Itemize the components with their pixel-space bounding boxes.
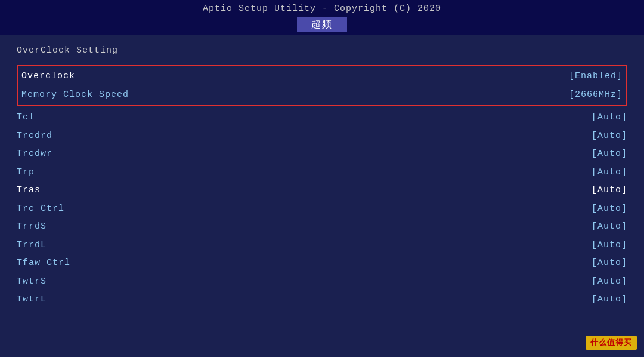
- settings-item-overclock[interactable]: Overclock [Enabled]: [21, 67, 623, 86]
- list-item[interactable]: TrrdL [Auto]: [17, 236, 627, 255]
- title-text: Aptio Setup Utility - Copyright (C) 2020: [203, 4, 441, 14]
- item-value-overclock: [Enabled]: [569, 70, 623, 84]
- item-label-twtrl: TwtrL: [17, 293, 47, 307]
- section-title: OverClock Setting: [17, 45, 627, 56]
- list-item[interactable]: Trcdwr [Auto]: [17, 145, 627, 164]
- list-item[interactable]: Trp [Auto]: [17, 164, 627, 182]
- list-item[interactable]: TwtrL [Auto]: [17, 291, 627, 309]
- item-label-trcdrd: Trcdrd: [17, 130, 52, 143]
- item-label-trp: Trp: [17, 166, 35, 180]
- item-value-tcl: [Auto]: [592, 111, 627, 125]
- item-value-trcdrd: [Auto]: [592, 130, 627, 143]
- item-label-trrds: TrrdS: [17, 220, 47, 234]
- item-label-tras: Tras: [17, 184, 41, 198]
- list-item[interactable]: TrrdS [Auto]: [17, 218, 627, 236]
- list-item[interactable]: Tcl [Auto]: [17, 109, 627, 127]
- list-item[interactable]: Tras [Auto]: [17, 181, 627, 200]
- item-value-tfaw-ctrl: [Auto]: [592, 257, 627, 270]
- item-value-trcdwr: [Auto]: [592, 147, 627, 161]
- item-value-memory-clock-speed: [2666MHz]: [569, 88, 623, 102]
- item-value-trc-ctrl: [Auto]: [592, 202, 627, 216]
- bios-screen: Aptio Setup Utility - Copyright (C) 2020…: [0, 0, 644, 357]
- tab-bar: 超频: [0, 15, 644, 35]
- list-item[interactable]: Tfaw Ctrl [Auto]: [17, 254, 627, 273]
- item-label-trcdwr: Trcdwr: [17, 147, 52, 161]
- item-label-trrdl: TrrdL: [17, 239, 47, 253]
- item-value-trrdl: [Auto]: [592, 239, 627, 253]
- item-label-trc-ctrl: Trc Ctrl: [17, 202, 64, 216]
- list-item[interactable]: Trcdrd [Auto]: [17, 127, 627, 146]
- item-label-memory-clock-speed: Memory Clock Speed: [21, 88, 129, 102]
- active-tab[interactable]: 超频: [297, 17, 347, 32]
- item-label-overclock: Overclock: [21, 70, 75, 84]
- watermark: 什么值得买: [586, 336, 637, 350]
- main-content: OverClock Setting Overclock [Enabled] Me…: [0, 35, 644, 357]
- list-item[interactable]: Trc Ctrl [Auto]: [17, 200, 627, 218]
- title-bar: Aptio Setup Utility - Copyright (C) 2020: [0, 0, 644, 15]
- item-value-twtrl: [Auto]: [592, 293, 627, 307]
- item-label-twtrs: TwtrS: [17, 275, 47, 289]
- item-value-twtrs: [Auto]: [592, 275, 627, 289]
- item-value-trrds: [Auto]: [592, 220, 627, 234]
- item-value-tras: [Auto]: [592, 184, 627, 198]
- item-value-trp: [Auto]: [592, 166, 627, 180]
- item-label-tcl: Tcl: [17, 111, 35, 125]
- item-label-tfaw-ctrl: Tfaw Ctrl: [17, 257, 70, 270]
- settings-list: Overclock [Enabled] Memory Clock Speed […: [17, 65, 627, 309]
- list-item[interactable]: TwtrS [Auto]: [17, 273, 627, 291]
- settings-item-memory-clock-speed[interactable]: Memory Clock Speed [2666MHz]: [21, 86, 623, 104]
